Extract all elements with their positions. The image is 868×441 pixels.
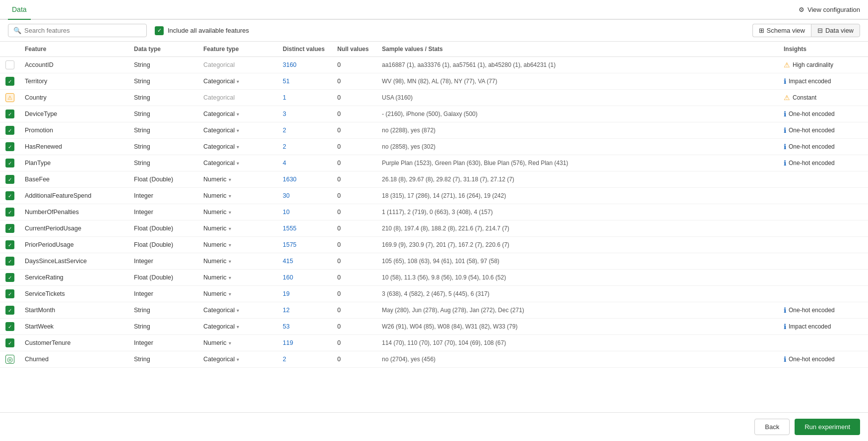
row-checkbox[interactable]: ◎ — [5, 355, 14, 364]
feature-type: Categorical — [198, 57, 278, 73]
insight-badge: ⚠Constant — [784, 94, 863, 102]
null-values: 0 — [332, 73, 377, 90]
row-checkbox[interactable]: ✓ — [5, 289, 14, 298]
data-tab[interactable]: Data — [8, 0, 31, 20]
sample-values: 105 (65), 108 (63), 94 (61), 101 (58), 9… — [377, 253, 779, 270]
feature-type: Categorical▾ — [198, 106, 278, 122]
row-checkbox[interactable]: ✓ — [5, 77, 14, 86]
feature-name: NumberOfPenalties — [20, 204, 129, 220]
table-row: ⚠ Country String Categorical 1 0 USA (31… — [0, 90, 868, 106]
dropdown-arrow: ▾ — [229, 340, 231, 346]
data-type: Integer — [129, 204, 198, 220]
feature-name: CurrentPeriodUsage — [20, 220, 129, 237]
null-values: 0 — [332, 171, 377, 188]
data-type: String — [129, 351, 198, 368]
distinct-values: 1555 — [278, 220, 332, 237]
checkbox-cell: ✓ — [0, 139, 20, 155]
col-insights: Insights — [779, 42, 868, 57]
data-view-button[interactable]: ⊟ Data view — [811, 24, 860, 37]
checkbox-cell: ✓ — [0, 319, 20, 335]
row-checkbox[interactable]: ✓ — [5, 306, 14, 315]
insight-badge: ℹOne-hot encoded — [784, 355, 863, 363]
schema-view-button[interactable]: ⊞ Schema view — [752, 24, 811, 37]
table-body: AccountID String Categorical 3160 0 aa16… — [0, 57, 868, 368]
checkbox-cell: ✓ — [0, 253, 20, 270]
checkbox-cell: ✓ — [0, 188, 20, 204]
sample-values: 169.9 (9), 230.9 (7), 201 (7), 167.2 (7)… — [377, 237, 779, 253]
insights-cell — [779, 171, 868, 188]
insight-text: Impact encoded — [789, 78, 831, 85]
dropdown-arrow: ▾ — [237, 144, 239, 150]
row-checkbox[interactable]: ✓ — [5, 322, 14, 331]
insights-cell: ℹOne-hot encoded — [779, 122, 868, 139]
checkbox-cell: ✓ — [0, 171, 20, 188]
data-type: Float (Double) — [129, 237, 198, 253]
null-values: 0 — [332, 122, 377, 139]
data-view-label: Data view — [825, 27, 854, 34]
feature-type: Categorical▾ — [198, 319, 278, 335]
null-values: 0 — [332, 319, 377, 335]
table-row: ✓ HasRenewed String Categorical▾ 2 0 no … — [0, 139, 868, 155]
insights-cell — [779, 270, 868, 286]
col-distinct: Distinct values — [278, 42, 332, 57]
row-checkbox[interactable]: ✓ — [5, 338, 14, 347]
insights-cell: ℹOne-hot encoded — [779, 351, 868, 368]
row-checkbox[interactable]: ✓ — [5, 191, 14, 200]
row-checkbox[interactable]: ✓ — [5, 273, 14, 282]
data-type: String — [129, 122, 198, 139]
include-all-label: Include all available features — [168, 27, 249, 34]
insight-badge: ℹOne-hot encoded — [784, 143, 863, 151]
checkbox-cell: ✓ — [0, 204, 20, 220]
checkbox-cell: ⚠ — [0, 90, 20, 106]
table-row: ✓ ServiceRating Float (Double) Numeric▾ … — [0, 270, 868, 286]
row-checkbox[interactable]: ✓ — [5, 142, 14, 151]
back-button[interactable]: Back — [754, 419, 790, 435]
dropdown-arrow: ▾ — [237, 128, 239, 133]
sample-values: - (2160), iPhone (500), Galaxy (500) — [377, 106, 779, 122]
data-type: String — [129, 139, 198, 155]
search-input[interactable] — [24, 27, 141, 34]
feature-type: Categorical▾ — [198, 122, 278, 139]
run-experiment-button[interactable]: Run experiment — [795, 419, 860, 435]
distinct-values: 415 — [278, 253, 332, 270]
sample-values: 18 (315), 17 (286), 14 (271), 16 (264), … — [377, 188, 779, 204]
sample-values: May (280), Jun (278), Aug (278), Jan (27… — [377, 302, 779, 319]
row-checkbox[interactable]: ✓ — [5, 159, 14, 167]
insights-cell — [779, 286, 868, 302]
feature-name: PriorPeriodUsage — [20, 237, 129, 253]
table-row: ✓ StartMonth String Categorical▾ 12 0 Ma… — [0, 302, 868, 319]
row-checkbox[interactable]: ✓ — [5, 257, 14, 266]
table-row: ✓ DaysSinceLastService Integer Numeric▾ … — [0, 253, 868, 270]
dropdown-arrow: ▾ — [237, 324, 239, 330]
include-all-checkbox[interactable]: ✓ — [155, 26, 164, 35]
row-checkbox[interactable]: ✓ — [5, 126, 14, 135]
distinct-values: 2 — [278, 139, 332, 155]
sample-values: WV (98), MN (82), AL (78), NY (77), VA (… — [377, 73, 779, 90]
sample-values: aa16887 (1), aa33376 (1), aa57561 (1), a… — [377, 57, 779, 73]
table-row: ✓ StartWeek String Categorical▾ 53 0 W26… — [0, 319, 868, 335]
row-checkbox[interactable]: ✓ — [5, 208, 14, 217]
table-row: ✓ CurrentPeriodUsage Float (Double) Nume… — [0, 220, 868, 237]
toolbar-left: 🔍 ✓ Include all available features — [8, 24, 249, 37]
table-row: ✓ DeviceType String Categorical▾ 3 0 - (… — [0, 106, 868, 122]
data-type: String — [129, 73, 198, 90]
row-checkbox[interactable]: ✓ — [5, 175, 14, 184]
row-checkbox[interactable]: ✓ — [5, 240, 14, 249]
sample-values: no (2858), yes (302) — [377, 139, 779, 155]
row-checkbox[interactable]: ⚠ — [5, 93, 14, 102]
row-checkbox[interactable]: ✓ — [5, 110, 14, 118]
table-header-row: Feature Data type Feature type Distinct … — [0, 42, 868, 57]
row-checkbox[interactable]: ✓ — [5, 224, 14, 233]
col-feature: Feature — [20, 42, 129, 57]
feature-type: Categorical▾ — [198, 139, 278, 155]
insight-info-icon: ℹ — [784, 306, 786, 314]
table-row: AccountID String Categorical 3160 0 aa16… — [0, 57, 868, 73]
row-checkbox[interactable] — [5, 60, 14, 69]
distinct-values: 1 — [278, 90, 332, 106]
insights-cell — [779, 237, 868, 253]
view-config-button[interactable]: ⚙ View configuration — [799, 6, 860, 13]
null-values: 0 — [332, 270, 377, 286]
distinct-values: 3160 — [278, 57, 332, 73]
feature-type: Numeric▾ — [198, 253, 278, 270]
feature-type: Categorical — [198, 90, 278, 106]
